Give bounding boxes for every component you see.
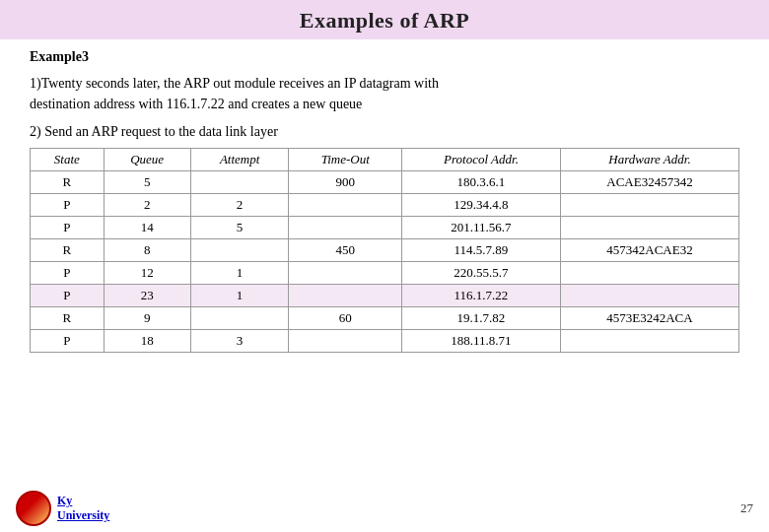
table-cell <box>560 330 738 353</box>
table-cell <box>190 239 289 262</box>
col-hardware: Hardware Addr. <box>560 149 738 171</box>
table-cell: 19.1.7.82 <box>402 307 561 330</box>
page: Examples of ARP Example3 1)Twenty second… <box>0 0 769 532</box>
table-cell <box>190 171 289 194</box>
table-cell <box>560 262 738 285</box>
table-cell: R <box>31 239 105 262</box>
table-row: R8450114.5.7.89457342ACAE32 <box>31 239 739 262</box>
table-cell: 5 <box>104 171 190 194</box>
table-row: P183188.11.8.71 <box>31 330 739 353</box>
table-cell <box>289 262 402 285</box>
table-cell <box>289 285 402 307</box>
page-number: 27 <box>740 500 753 516</box>
table-cell: 201.11.56.7 <box>402 217 561 239</box>
table-header-row: State Queue Attempt Time-Out Protocol Ad… <box>31 149 739 171</box>
table-cell: 8 <box>104 239 190 262</box>
table-cell <box>289 194 402 217</box>
table-cell: 12 <box>104 262 190 285</box>
col-attempt: Attempt <box>190 149 289 171</box>
table-cell: 457342ACAE32 <box>560 239 738 262</box>
table-cell: P <box>31 217 105 239</box>
page-title: Examples of ARP <box>0 0 769 39</box>
col-protocol: Protocol Addr. <box>402 149 561 171</box>
table-cell: 14 <box>104 217 190 239</box>
university-name: KyUniversity <box>57 494 109 523</box>
university-logo <box>16 491 51 526</box>
table-cell: 188.11.8.71 <box>402 330 561 353</box>
table-cell: 116.1.7.22 <box>402 285 561 307</box>
col-state: State <box>31 149 105 171</box>
table-cell <box>289 330 402 353</box>
table-cell: P <box>31 262 105 285</box>
table-cell: P <box>31 285 105 307</box>
main-content: Example3 1)Twenty seconds later, the ARP… <box>0 39 769 361</box>
table-cell: 450 <box>289 239 402 262</box>
footer: KyUniversity 27 <box>0 491 769 526</box>
example-label: Example3 <box>30 49 739 65</box>
table-cell: 900 <box>289 171 402 194</box>
description: 1)Twenty seconds later, the ARP out modu… <box>30 73 739 114</box>
table-row: P22129.34.4.8 <box>31 194 739 217</box>
table-cell: 2 <box>104 194 190 217</box>
table-cell: 4573E3242ACA <box>560 307 738 330</box>
table-cell: P <box>31 330 105 353</box>
table-cell: 3 <box>190 330 289 353</box>
table-cell: ACAE32457342 <box>560 171 738 194</box>
table-cell: 5 <box>190 217 289 239</box>
table-cell: 2 <box>190 194 289 217</box>
table-cell: 114.5.7.89 <box>402 239 561 262</box>
table-cell: 1 <box>190 285 289 307</box>
table-cell: 60 <box>289 307 402 330</box>
table-cell: R <box>31 171 105 194</box>
table-row: R5900180.3.6.1ACAE32457342 <box>31 171 739 194</box>
table-row: P231116.1.7.22 <box>31 285 739 307</box>
col-queue: Queue <box>104 149 190 171</box>
col-timeout: Time-Out <box>289 149 402 171</box>
table-cell <box>190 307 289 330</box>
table-row: P121220.55.5.7 <box>31 262 739 285</box>
table-cell: 18 <box>104 330 190 353</box>
table-cell: 9 <box>104 307 190 330</box>
table-cell <box>560 285 738 307</box>
table-cell: 1 <box>190 262 289 285</box>
footer-logo: KyUniversity <box>16 491 109 526</box>
table-cell: 129.34.4.8 <box>402 194 561 217</box>
table-row: R96019.1.7.824573E3242ACA <box>31 307 739 330</box>
table-cell: 180.3.6.1 <box>402 171 561 194</box>
send-label: 2) Send an ARP request to the data link … <box>30 124 739 140</box>
table-cell <box>560 194 738 217</box>
arp-table: State Queue Attempt Time-Out Protocol Ad… <box>30 148 739 353</box>
table-cell <box>560 217 738 239</box>
table-cell <box>289 217 402 239</box>
table-row: P145201.11.56.7 <box>31 217 739 239</box>
table-cell: R <box>31 307 105 330</box>
table-cell: P <box>31 194 105 217</box>
table-cell: 220.55.5.7 <box>402 262 561 285</box>
table-cell: 23 <box>104 285 190 307</box>
